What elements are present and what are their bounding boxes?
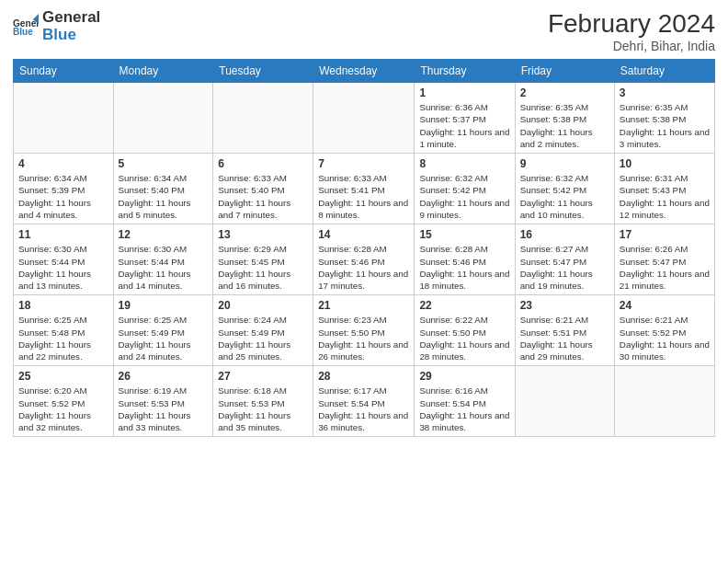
day-number: 8	[419, 156, 509, 171]
day-info: Sunrise: 6:21 AM Sunset: 5:51 PM Dayligh…	[520, 314, 609, 362]
week-row-4: 18Sunrise: 6:25 AM Sunset: 5:48 PM Dayli…	[14, 295, 715, 366]
day-number: 11	[18, 227, 108, 242]
day-number: 1	[419, 86, 509, 100]
title-block: February 2024 Dehri, Bihar, India	[548, 9, 715, 53]
day-cell: 3Sunrise: 6:35 AM Sunset: 5:38 PM Daylig…	[614, 83, 714, 154]
col-header-monday: Monday	[113, 60, 213, 83]
day-cell: 25Sunrise: 6:20 AM Sunset: 5:52 PM Dayli…	[14, 366, 114, 437]
day-info: Sunrise: 6:19 AM Sunset: 5:53 PM Dayligh…	[119, 385, 209, 433]
day-cell: 28Sunrise: 6:17 AM Sunset: 5:54 PM Dayli…	[313, 366, 415, 437]
day-number: 23	[520, 298, 609, 313]
day-cell: 26Sunrise: 6:19 AM Sunset: 5:53 PM Dayli…	[113, 366, 213, 437]
day-info: Sunrise: 6:24 AM Sunset: 5:49 PM Dayligh…	[218, 314, 308, 362]
day-info: Sunrise: 6:36 AM Sunset: 5:37 PM Dayligh…	[419, 101, 509, 150]
day-info: Sunrise: 6:20 AM Sunset: 5:52 PM Dayligh…	[18, 385, 108, 433]
logo: General Blue General Blue	[13, 9, 100, 43]
day-info: Sunrise: 6:26 AM Sunset: 5:47 PM Dayligh…	[620, 243, 710, 292]
day-cell: 23Sunrise: 6:21 AM Sunset: 5:51 PM Dayli…	[515, 295, 614, 366]
day-number: 2	[520, 86, 609, 100]
day-cell	[14, 83, 114, 154]
day-cell: 17Sunrise: 6:26 AM Sunset: 5:47 PM Dayli…	[614, 224, 714, 295]
day-number: 14	[318, 227, 409, 242]
col-header-thursday: Thursday	[415, 60, 515, 83]
day-info: Sunrise: 6:28 AM Sunset: 5:46 PM Dayligh…	[318, 243, 409, 292]
day-info: Sunrise: 6:27 AM Sunset: 5:47 PM Dayligh…	[520, 243, 609, 292]
page: General Blue General Blue February 2024 …	[0, 0, 728, 563]
day-number: 24	[620, 298, 710, 313]
week-row-3: 11Sunrise: 6:30 AM Sunset: 5:44 PM Dayli…	[14, 224, 715, 295]
day-cell: 27Sunrise: 6:18 AM Sunset: 5:53 PM Dayli…	[213, 366, 313, 437]
day-cell: 10Sunrise: 6:31 AM Sunset: 5:43 PM Dayli…	[614, 154, 714, 224]
day-cell: 19Sunrise: 6:25 AM Sunset: 5:49 PM Dayli…	[113, 295, 213, 366]
day-info: Sunrise: 6:25 AM Sunset: 5:49 PM Dayligh…	[119, 314, 209, 362]
day-cell: 9Sunrise: 6:32 AM Sunset: 5:42 PM Daylig…	[515, 154, 614, 224]
col-header-wednesday: Wednesday	[313, 60, 415, 83]
day-info: Sunrise: 6:29 AM Sunset: 5:45 PM Dayligh…	[218, 243, 308, 292]
day-cell: 1Sunrise: 6:36 AM Sunset: 5:37 PM Daylig…	[415, 83, 515, 154]
day-number: 4	[18, 156, 108, 171]
day-info: Sunrise: 6:35 AM Sunset: 5:38 PM Dayligh…	[520, 101, 609, 150]
day-cell: 14Sunrise: 6:28 AM Sunset: 5:46 PM Dayli…	[313, 224, 415, 295]
day-info: Sunrise: 6:33 AM Sunset: 5:41 PM Dayligh…	[318, 172, 409, 221]
day-cell: 12Sunrise: 6:30 AM Sunset: 5:44 PM Dayli…	[113, 224, 213, 295]
day-cell	[113, 83, 213, 154]
col-header-tuesday: Tuesday	[213, 60, 313, 83]
day-info: Sunrise: 6:22 AM Sunset: 5:50 PM Dayligh…	[419, 314, 509, 362]
day-cell: 2Sunrise: 6:35 AM Sunset: 5:38 PM Daylig…	[515, 83, 614, 154]
day-number: 12	[119, 227, 209, 242]
day-info: Sunrise: 6:23 AM Sunset: 5:50 PM Dayligh…	[318, 314, 409, 362]
day-cell: 13Sunrise: 6:29 AM Sunset: 5:45 PM Dayli…	[213, 224, 313, 295]
day-info: Sunrise: 6:34 AM Sunset: 5:39 PM Dayligh…	[18, 172, 108, 221]
day-info: Sunrise: 6:33 AM Sunset: 5:40 PM Dayligh…	[218, 172, 308, 221]
col-header-saturday: Saturday	[614, 60, 714, 83]
day-cell: 6Sunrise: 6:33 AM Sunset: 5:40 PM Daylig…	[213, 154, 313, 224]
day-cell	[614, 366, 714, 437]
day-number: 25	[18, 369, 108, 384]
day-number: 27	[218, 369, 308, 384]
day-number: 20	[218, 298, 308, 313]
day-info: Sunrise: 6:30 AM Sunset: 5:44 PM Dayligh…	[119, 243, 209, 292]
day-cell: 18Sunrise: 6:25 AM Sunset: 5:48 PM Dayli…	[14, 295, 114, 366]
day-number: 16	[520, 227, 609, 242]
day-number: 10	[620, 156, 710, 171]
day-cell	[213, 83, 313, 154]
day-number: 15	[419, 227, 509, 242]
day-cell: 15Sunrise: 6:28 AM Sunset: 5:46 PM Dayli…	[415, 224, 515, 295]
day-info: Sunrise: 6:32 AM Sunset: 5:42 PM Dayligh…	[520, 172, 609, 221]
day-cell: 21Sunrise: 6:23 AM Sunset: 5:50 PM Dayli…	[313, 295, 415, 366]
location: Dehri, Bihar, India	[548, 39, 715, 53]
day-info: Sunrise: 6:17 AM Sunset: 5:54 PM Dayligh…	[318, 385, 409, 433]
day-number: 22	[419, 298, 509, 313]
day-number: 28	[318, 369, 409, 384]
svg-text:Blue: Blue	[13, 27, 33, 37]
day-cell: 29Sunrise: 6:16 AM Sunset: 5:54 PM Dayli…	[415, 366, 515, 437]
day-number: 13	[218, 227, 308, 242]
day-cell: 11Sunrise: 6:30 AM Sunset: 5:44 PM Dayli…	[14, 224, 114, 295]
day-number: 21	[318, 298, 409, 313]
header-row: SundayMondayTuesdayWednesdayThursdayFrid…	[14, 60, 715, 83]
day-cell: 22Sunrise: 6:22 AM Sunset: 5:50 PM Dayli…	[415, 295, 515, 366]
day-cell: 4Sunrise: 6:34 AM Sunset: 5:39 PM Daylig…	[14, 154, 114, 224]
day-info: Sunrise: 6:30 AM Sunset: 5:44 PM Dayligh…	[18, 243, 108, 292]
day-info: Sunrise: 6:18 AM Sunset: 5:53 PM Dayligh…	[218, 385, 308, 433]
day-cell: 20Sunrise: 6:24 AM Sunset: 5:49 PM Dayli…	[213, 295, 313, 366]
day-number: 6	[218, 156, 308, 171]
day-cell: 7Sunrise: 6:33 AM Sunset: 5:41 PM Daylig…	[313, 154, 415, 224]
day-info: Sunrise: 6:34 AM Sunset: 5:40 PM Dayligh…	[119, 172, 209, 221]
logo-general: General	[42, 9, 100, 27]
day-number: 26	[119, 369, 209, 384]
day-number: 18	[18, 298, 108, 313]
week-row-5: 25Sunrise: 6:20 AM Sunset: 5:52 PM Dayli…	[14, 366, 715, 437]
day-info: Sunrise: 6:21 AM Sunset: 5:52 PM Dayligh…	[620, 314, 710, 362]
day-number: 17	[620, 227, 710, 242]
week-row-2: 4Sunrise: 6:34 AM Sunset: 5:39 PM Daylig…	[14, 154, 715, 224]
day-cell: 24Sunrise: 6:21 AM Sunset: 5:52 PM Dayli…	[614, 295, 714, 366]
day-cell	[313, 83, 415, 154]
day-info: Sunrise: 6:31 AM Sunset: 5:43 PM Dayligh…	[620, 172, 710, 221]
day-info: Sunrise: 6:25 AM Sunset: 5:48 PM Dayligh…	[18, 314, 108, 362]
logo-icon: General Blue	[13, 14, 39, 40]
day-cell: 5Sunrise: 6:34 AM Sunset: 5:40 PM Daylig…	[113, 154, 213, 224]
day-cell: 8Sunrise: 6:32 AM Sunset: 5:42 PM Daylig…	[415, 154, 515, 224]
day-info: Sunrise: 6:35 AM Sunset: 5:38 PM Dayligh…	[620, 101, 710, 150]
day-number: 5	[119, 156, 209, 171]
